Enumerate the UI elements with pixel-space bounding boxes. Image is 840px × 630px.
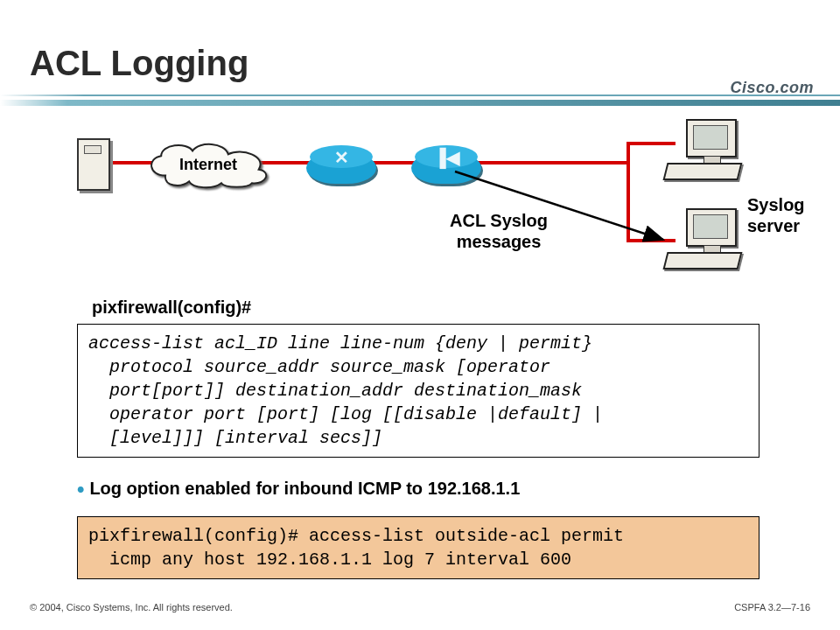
slide-title: ACL Logging <box>30 44 248 83</box>
divider-bar <box>0 92 840 109</box>
slide: ACL Logging Cisco.com Internet ✕ ▐◀ <box>0 0 840 630</box>
bullet-icon: • <box>77 477 84 500</box>
example-codebox: pixfirewall(config)# access-list outside… <box>77 516 760 579</box>
server-icon <box>77 138 110 191</box>
config-prompt: pixfirewall(config)# <box>92 298 251 318</box>
router-icon: ✕ <box>306 142 376 184</box>
cisco-logo: Cisco.com <box>730 79 814 97</box>
bullet-text: Log option enabled for inbound ICMP to 1… <box>89 479 520 498</box>
syntax-codebox: access-list acl_ID line line-num {deny |… <box>77 324 760 458</box>
syslog-server-label: Syslogserver <box>747 194 826 236</box>
bullet-point: •Log option enabled for inbound ICMP to … <box>77 477 520 501</box>
network-diagram: Internet ✕ ▐◀ ACL Syslogmessages Syslogs… <box>0 122 840 289</box>
footer-copyright: © 2004, Cisco Systems, Inc. All rights r… <box>30 602 233 612</box>
footer-slide-ref: CSPFA 3.2—7-16 <box>734 602 810 612</box>
internet-label: Internet <box>179 156 237 174</box>
router-arrows-icon: ✕ <box>306 142 376 173</box>
acl-syslog-label: ACL Syslogmessages <box>420 210 578 252</box>
firewall-glyph-icon: ▐◀ <box>411 142 481 173</box>
